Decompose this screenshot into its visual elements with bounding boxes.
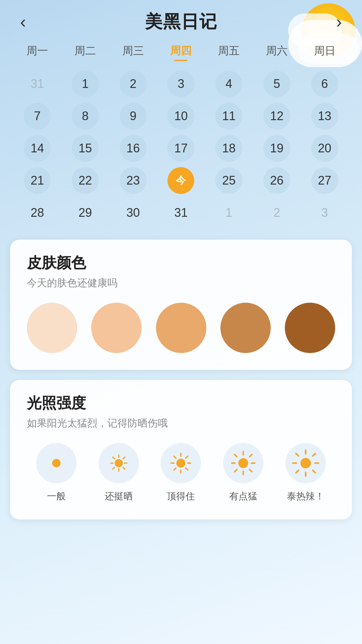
svg-line-9 <box>113 467 114 469</box>
day-cell[interactable]: 6 <box>301 70 349 97</box>
day-cell[interactable]: 25 <box>205 167 253 194</box>
day-number: 30 <box>120 199 147 226</box>
prev-month-button[interactable]: ‹ <box>17 13 29 31</box>
today-cell[interactable]: 今 <box>157 167 205 194</box>
day-cell[interactable]: 21 <box>13 167 61 194</box>
skin-color-2[interactable] <box>91 303 142 353</box>
day-cell[interactable]: 31 <box>157 199 205 226</box>
day-cell[interactable]: 20 <box>301 135 349 162</box>
sun-icon-2 <box>109 453 129 473</box>
page-title: 美黑日记 <box>145 10 217 34</box>
day-cell[interactable]: 1 <box>205 199 253 226</box>
day-cell[interactable]: 11 <box>205 103 253 130</box>
cards-section: 皮肤颜色 今天的肤色还健康吗 光照强度 如果阳光太猛烈，记得防晒伤哦 一般 <box>0 233 362 533</box>
weekday-tue: 周二 <box>61 40 109 64</box>
skin-color-4[interactable] <box>220 303 271 353</box>
svg-line-8 <box>123 457 125 459</box>
day-cell[interactable]: 26 <box>253 167 301 194</box>
day-number: 27 <box>311 167 338 194</box>
calendar: 周一 周二 周三 周四 周五 周六 周日 31 1 2 3 4 5 6 7 8 … <box>0 37 362 233</box>
sun-option-3[interactable]: 顶得住 <box>152 443 211 503</box>
day-number: 21 <box>24 167 51 194</box>
day-cell[interactable]: 12 <box>253 103 301 130</box>
weekday-wed: 周三 <box>109 40 157 64</box>
sun-icon-wrap-3 <box>161 443 201 483</box>
sun-option-2[interactable]: 还挺晒 <box>89 443 148 503</box>
weekday-header: 周一 周二 周三 周四 周五 周六 周日 <box>13 40 349 64</box>
day-number: 13 <box>311 103 338 130</box>
light-intensity-card: 光照强度 如果阳光太猛烈，记得防晒伤哦 一般 <box>10 380 352 519</box>
day-cell[interactable]: 14 <box>13 135 61 162</box>
svg-line-18 <box>174 468 176 470</box>
day-cell[interactable]: 22 <box>61 167 109 194</box>
day-cell[interactable]: 8 <box>61 103 109 130</box>
day-cell[interactable]: 9 <box>109 103 157 130</box>
day-cell[interactable]: 30 <box>109 199 157 226</box>
day-cell[interactable]: 1 <box>61 70 109 97</box>
svg-point-1 <box>115 459 123 467</box>
day-cell[interactable]: 5 <box>253 70 301 97</box>
day-cell[interactable]: 10 <box>157 103 205 130</box>
day-cell[interactable]: 17 <box>157 135 205 162</box>
day-cell[interactable]: 3 <box>157 70 205 97</box>
skin-color-3[interactable] <box>156 303 206 353</box>
today-number: 今 <box>167 167 194 194</box>
day-cell[interactable]: 4 <box>205 70 253 97</box>
sun-option-4[interactable]: 有点猛 <box>214 443 273 503</box>
day-cell[interactable]: 2 <box>253 199 301 226</box>
weekday-fri: 周五 <box>205 40 253 64</box>
day-cell[interactable]: 15 <box>61 135 109 162</box>
skin-color-5[interactable] <box>285 303 335 353</box>
svg-line-36 <box>296 470 299 473</box>
day-cell[interactable]: 29 <box>61 199 109 226</box>
next-month-button[interactable]: › <box>333 13 345 31</box>
day-number: 2 <box>120 70 147 97</box>
day-cell[interactable]: 13 <box>301 103 349 130</box>
day-number: 25 <box>215 167 242 194</box>
sun-label-3: 顶得住 <box>167 490 195 503</box>
sun-icon-wrap-2 <box>99 443 139 483</box>
weekday-sun: 周日 <box>301 40 349 64</box>
day-cell[interactable]: 27 <box>301 167 349 194</box>
svg-line-25 <box>250 469 252 472</box>
skin-color-1[interactable] <box>27 303 77 353</box>
sun-label-1: 一般 <box>47 490 66 503</box>
svg-line-15 <box>174 456 176 458</box>
day-number: 10 <box>167 103 194 130</box>
svg-line-6 <box>113 457 114 459</box>
day-cell[interactable]: 7 <box>13 103 61 130</box>
light-card-subtitle: 如果阳光太猛烈，记得防晒伤哦 <box>27 416 335 430</box>
day-number: 3 <box>311 199 338 226</box>
day-number: 2 <box>263 199 290 226</box>
svg-point-0 <box>52 459 60 467</box>
sun-option-1[interactable]: 一般 <box>27 443 86 503</box>
day-cell[interactable]: 23 <box>109 167 157 194</box>
day-number: 31 <box>167 199 194 226</box>
day-number: 3 <box>167 70 194 97</box>
day-cell[interactable]: 16 <box>109 135 157 162</box>
day-cell[interactable]: 19 <box>253 135 301 162</box>
svg-point-28 <box>300 458 311 468</box>
sun-label-2: 还挺晒 <box>105 490 133 503</box>
skin-colors-row <box>27 303 335 353</box>
header: ‹ 美黑日记 › <box>0 0 362 37</box>
day-cell[interactable]: 2 <box>109 70 157 97</box>
light-card-title: 光照强度 <box>27 393 335 413</box>
sun-icon-4 <box>230 450 256 476</box>
day-number: 29 <box>72 199 99 226</box>
svg-point-10 <box>176 459 186 468</box>
sun-option-5[interactable]: 泰热辣！ <box>276 443 335 503</box>
day-cell[interactable]: 3 <box>301 199 349 226</box>
sun-icon-1 <box>48 455 65 472</box>
days-grid: 31 1 2 3 4 5 6 7 8 9 10 11 12 13 14 15 1… <box>13 70 349 226</box>
day-cell[interactable]: 18 <box>205 135 253 162</box>
svg-line-17 <box>186 456 188 458</box>
day-cell[interactable]: 31 <box>13 70 61 97</box>
sun-label-4: 有点猛 <box>229 490 257 503</box>
day-number: 23 <box>120 167 147 194</box>
day-number: 31 <box>24 70 51 97</box>
day-cell[interactable]: 28 <box>13 199 61 226</box>
sun-icon-3 <box>169 452 192 475</box>
svg-line-26 <box>250 454 252 457</box>
day-number: 18 <box>215 135 242 162</box>
